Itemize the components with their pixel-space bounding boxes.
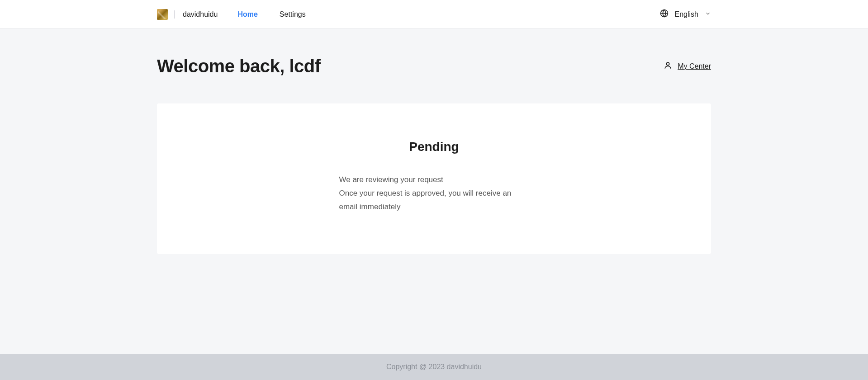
language-label: English	[675, 10, 698, 19]
my-center-link[interactable]: My Center	[664, 61, 711, 71]
pending-title: Pending	[184, 140, 684, 154]
brand-name[interactable]: davidhuidu	[183, 10, 218, 19]
footer: Copyright @ 2023 davidhuidu	[0, 354, 868, 380]
user-icon	[664, 61, 672, 71]
nav-home[interactable]: Home	[237, 0, 257, 29]
nav-settings[interactable]: Settings	[280, 0, 306, 29]
copyright-text: Copyright @ 2023 davidhuidu	[386, 363, 482, 371]
header: davidhuidu Home Settings English	[0, 0, 868, 29]
pending-body: We are reviewing your request Once your …	[339, 173, 529, 213]
pending-line-1: We are reviewing your request	[339, 173, 529, 187]
my-center-label: My Center	[678, 62, 711, 70]
pending-line-2: Once your request is approved, you will …	[339, 187, 529, 214]
divider	[174, 10, 175, 19]
main-nav: Home Settings	[237, 0, 305, 29]
page-title: Welcome back, lcdf	[157, 56, 321, 76]
status-card: Pending We are reviewing your request On…	[157, 103, 711, 254]
main-content: Welcome back, lcdf My Center Pending We …	[157, 29, 711, 327]
globe-icon	[660, 9, 669, 19]
svg-point-2	[667, 62, 669, 65]
chevron-down-icon	[705, 10, 711, 19]
language-selector[interactable]: English	[660, 9, 711, 19]
brand-logo[interactable]	[157, 9, 168, 20]
